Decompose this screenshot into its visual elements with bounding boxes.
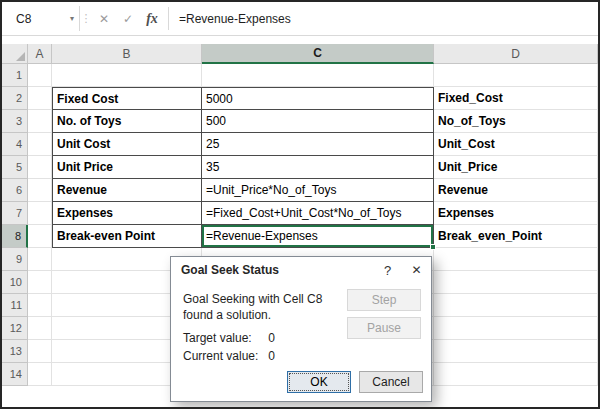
row-header-3[interactable]: 3 xyxy=(2,110,28,133)
formula-bar-divider xyxy=(168,7,169,30)
dialog-message: Goal Seeking with Cell C8 found a soluti… xyxy=(183,291,322,323)
cell-c6[interactable]: =Unit_Price*No_of_Toys xyxy=(202,179,434,202)
cell-a5[interactable] xyxy=(28,156,52,179)
dialog-close-button[interactable]: ✕ xyxy=(402,257,431,283)
target-value-label: Target value: xyxy=(183,331,265,345)
select-all-corner[interactable] xyxy=(2,44,28,64)
column-header-a[interactable]: A xyxy=(28,44,52,64)
cell-b4[interactable]: Unit Cost xyxy=(52,133,202,156)
row-header-11[interactable]: 11 xyxy=(2,294,28,317)
cell-a11[interactable] xyxy=(28,294,52,317)
help-icon: ? xyxy=(384,263,391,278)
column-header-c[interactable]: C xyxy=(202,44,434,64)
formula-bar-gap xyxy=(2,36,598,44)
cell-d4[interactable]: Unit_Cost xyxy=(434,133,598,156)
insert-function-button[interactable]: fx xyxy=(140,6,164,31)
cell-d13[interactable] xyxy=(434,340,598,363)
row-header-7[interactable]: 7 xyxy=(2,202,28,225)
grid-row-7: 7 Expenses =Fixed_Cost+Unit_Cost*No_of_T… xyxy=(2,202,598,225)
separator-dots-icon: ⋮ xyxy=(80,6,92,31)
cell-a4[interactable] xyxy=(28,133,52,156)
fill-handle[interactable] xyxy=(430,244,436,250)
cell-c3[interactable]: 500 xyxy=(202,110,434,133)
cell-d10[interactable] xyxy=(434,271,598,294)
cell-d5[interactable]: Unit_Price xyxy=(434,156,598,179)
dialog-title: Goal Seek Status xyxy=(181,263,279,277)
row-header-10[interactable]: 10 xyxy=(2,271,28,294)
cell-a10[interactable] xyxy=(28,271,52,294)
grid-row-8: 8 Break-even Point =Revenue-Expenses Bre… xyxy=(2,225,598,248)
row-header-13[interactable]: 13 xyxy=(2,340,28,363)
cancel-button[interactable]: Cancel xyxy=(359,371,423,393)
formula-bar: C8 ▾ ⋮ ✕ ✓ fx =Revenue-Expenses xyxy=(2,2,598,36)
column-header-d[interactable]: D xyxy=(434,44,598,64)
cell-b1[interactable] xyxy=(52,64,202,87)
cell-c2[interactable]: 5000 xyxy=(202,87,434,110)
cell-d14[interactable] xyxy=(434,363,598,386)
cell-c7[interactable]: =Fixed_Cost+Unit_Cost*No_of_Toys xyxy=(202,202,434,225)
check-icon: ✓ xyxy=(123,12,133,26)
cell-a14[interactable] xyxy=(28,363,52,386)
grid-row-1: 1 xyxy=(2,64,598,87)
name-box[interactable]: C8 ▾ xyxy=(8,6,80,31)
cell-d8[interactable]: Break_even_Point xyxy=(434,225,598,248)
dialog-body: Goal Seeking with Cell C8 found a soluti… xyxy=(171,283,431,403)
fx-icon: fx xyxy=(146,11,158,27)
name-box-dropdown-icon[interactable]: ▾ xyxy=(70,14,74,23)
column-header-row: A B C D xyxy=(2,44,598,64)
row-header-12[interactable]: 12 xyxy=(2,317,28,340)
cell-c4[interactable]: 25 xyxy=(202,133,434,156)
row-header-14[interactable]: 14 xyxy=(2,363,28,386)
cell-d6[interactable]: Revenue xyxy=(434,179,598,202)
cell-d9[interactable] xyxy=(434,248,598,271)
cancel-entry-button[interactable]: ✕ xyxy=(92,6,116,31)
dialog-controls: ? ✕ xyxy=(373,257,431,283)
enter-entry-button[interactable]: ✓ xyxy=(116,6,140,31)
cell-b5[interactable]: Unit Price xyxy=(52,156,202,179)
row-header-2[interactable]: 2 xyxy=(2,87,28,110)
cell-a1[interactable] xyxy=(28,64,52,87)
cell-a7[interactable] xyxy=(28,202,52,225)
row-header-1[interactable]: 1 xyxy=(2,64,28,87)
target-value-row: Target value: 0 xyxy=(183,331,275,345)
dialog-buttons: OK Cancel xyxy=(287,371,423,393)
cell-b6[interactable]: Revenue xyxy=(52,179,202,202)
dialog-titlebar[interactable]: Goal Seek Status ? ✕ xyxy=(171,257,431,283)
cell-d1[interactable] xyxy=(434,64,598,87)
formula-input[interactable]: =Revenue-Expenses xyxy=(173,6,592,31)
pause-button[interactable]: Pause xyxy=(347,317,421,339)
current-value: 0 xyxy=(268,349,275,363)
cell-a13[interactable] xyxy=(28,340,52,363)
grid-row-2: 2 Fixed Cost 5000 Fixed_Cost xyxy=(2,87,598,110)
cancel-icon: ✕ xyxy=(99,12,109,26)
cell-d12[interactable] xyxy=(434,317,598,340)
column-header-b[interactable]: B xyxy=(52,44,202,64)
cell-d3[interactable]: No_of_Toys xyxy=(434,110,598,133)
current-value-row: Current value: 0 xyxy=(183,349,275,363)
row-header-9[interactable]: 9 xyxy=(2,248,28,271)
dialog-help-button[interactable]: ? xyxy=(373,257,402,283)
row-header-6[interactable]: 6 xyxy=(2,179,28,202)
row-header-8[interactable]: 8 xyxy=(2,225,28,248)
row-header-5[interactable]: 5 xyxy=(2,156,28,179)
cell-b3[interactable]: No. of Toys xyxy=(52,110,202,133)
step-button[interactable]: Step xyxy=(347,289,421,311)
cell-d11[interactable] xyxy=(434,294,598,317)
cell-c5[interactable]: 35 xyxy=(202,156,434,179)
row-header-4[interactable]: 4 xyxy=(2,133,28,156)
cell-a6[interactable] xyxy=(28,179,52,202)
cell-a9[interactable] xyxy=(28,248,52,271)
cell-b8[interactable]: Break-even Point xyxy=(52,225,202,248)
cell-d7[interactable]: Expenses xyxy=(434,202,598,225)
cell-a2[interactable] xyxy=(28,87,52,110)
name-box-value: C8 xyxy=(16,12,31,26)
cell-d2[interactable]: Fixed_Cost xyxy=(434,87,598,110)
cell-a3[interactable] xyxy=(28,110,52,133)
cell-b7[interactable]: Expenses xyxy=(52,202,202,225)
cell-c8-active[interactable]: =Revenue-Expenses xyxy=(202,225,434,248)
cell-b2[interactable]: Fixed Cost xyxy=(52,87,202,110)
ok-button[interactable]: OK xyxy=(287,371,351,393)
cell-a8[interactable] xyxy=(28,225,52,248)
cell-a12[interactable] xyxy=(28,317,52,340)
cell-c1[interactable] xyxy=(202,64,434,87)
